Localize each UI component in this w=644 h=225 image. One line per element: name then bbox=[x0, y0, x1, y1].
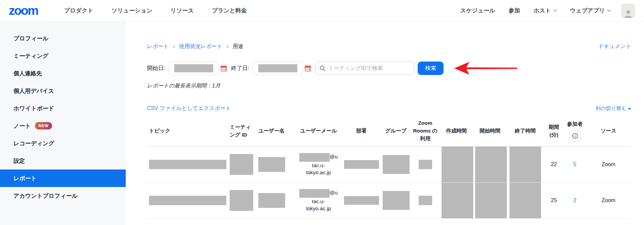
cell-meeting-id bbox=[228, 182, 256, 218]
col-header-duration-min: 期間 (分) bbox=[544, 115, 564, 146]
info-icon bbox=[572, 133, 578, 139]
sidebar-item-profile[interactable]: プロフィール bbox=[0, 30, 126, 47]
sidebar-item-account-profile[interactable]: アカウントプロフィール bbox=[0, 187, 126, 204]
cell-user-email: @u tac.u- tokyo.ac.jp bbox=[295, 182, 342, 218]
cell-source: Zoom bbox=[586, 182, 631, 218]
sidebar-item-personal-contacts[interactable]: 個人連絡先 bbox=[0, 65, 126, 82]
cell-source: Zoom bbox=[586, 146, 631, 182]
redacted-department bbox=[344, 160, 379, 169]
new-badge: NEW bbox=[35, 122, 52, 129]
triangle-down-icon bbox=[628, 108, 631, 110]
toggle-columns-dropdown[interactable]: 列の切り替え bbox=[596, 105, 631, 112]
col-header-source: ソース bbox=[586, 115, 631, 146]
redacted-group bbox=[383, 191, 410, 210]
redacted-zoom-rooms bbox=[419, 160, 432, 169]
cell-user-name bbox=[256, 146, 295, 182]
table-header-row: トピック ミーティング ID ユーザー名 ユーザーメール 部署 グループ Zoo… bbox=[147, 115, 631, 146]
redacted-topic bbox=[149, 160, 226, 169]
chevron-down-icon bbox=[607, 7, 611, 11]
search-icon bbox=[319, 65, 326, 71]
cell-created-time bbox=[440, 146, 473, 182]
col-header-start-time: 開始時間 bbox=[473, 115, 507, 146]
redacted-department bbox=[344, 196, 379, 205]
sidebar-item-settings[interactable]: 設定 bbox=[0, 152, 126, 170]
nav-schedule[interactable]: スケジュール bbox=[460, 7, 495, 14]
redacted-start-date bbox=[174, 64, 213, 72]
avatar[interactable] bbox=[621, 4, 635, 18]
col-header-participants: 参加者 bbox=[564, 115, 586, 146]
main-menu: プロダクト ソリューション リソース プランと料金 bbox=[64, 7, 247, 14]
report-filter-bar: 開始日: 終了日: bbox=[147, 61, 631, 76]
calendar-icon[interactable] bbox=[221, 65, 227, 72]
nav-products[interactable]: プロダクト bbox=[64, 7, 93, 14]
nav-join[interactable]: 参加 bbox=[508, 7, 520, 14]
export-csv-link[interactable]: CSV ファイルとしてエクスポート bbox=[147, 105, 231, 112]
nav-web-app[interactable]: ウェブアプリ bbox=[570, 7, 610, 14]
redacted-start-time bbox=[475, 183, 507, 218]
cell-department bbox=[342, 182, 381, 218]
nav-solutions[interactable]: ソリューション bbox=[112, 7, 152, 14]
arrow-left-icon bbox=[453, 61, 519, 76]
redacted-user-name bbox=[258, 157, 285, 172]
redacted-created-time bbox=[442, 147, 473, 182]
redacted-end-time bbox=[509, 183, 541, 218]
cell-duration: 22 bbox=[544, 146, 564, 182]
chevron-down-icon bbox=[553, 7, 557, 11]
cell-end-time bbox=[507, 182, 544, 218]
sidebar-item-notes[interactable]: ノート NEW bbox=[0, 117, 126, 135]
redacted-group bbox=[383, 155, 410, 174]
nav-plans-pricing[interactable]: プランと料金 bbox=[212, 7, 247, 14]
redacted-email-local-part bbox=[299, 189, 330, 198]
nav-resources[interactable]: リソース bbox=[171, 7, 194, 14]
start-date-input[interactable] bbox=[168, 62, 219, 75]
cell-topic bbox=[147, 146, 228, 182]
breadcrumb: レポート > 使用状況レポート > 用途 bbox=[147, 43, 243, 50]
redacted-meeting-id bbox=[230, 154, 253, 175]
breadcrumb-usage-reports[interactable]: 使用状況レポート bbox=[179, 43, 222, 50]
col-header-department: 部署 bbox=[342, 115, 381, 146]
search-input[interactable] bbox=[328, 65, 410, 71]
table-row[interactable]: @u tac.u- tokyo.ac.jp 22 5 Zoom bbox=[147, 146, 631, 182]
participants-count-link[interactable]: 5 bbox=[573, 161, 576, 167]
redacted-start-time bbox=[475, 147, 507, 182]
cell-zoom-rooms bbox=[411, 182, 440, 218]
table-row[interactable]: @u tac.u- tokyo.ac.jp 25 2 Zoom bbox=[147, 182, 631, 218]
redacted-created-time bbox=[442, 183, 473, 218]
participants-info-button[interactable] bbox=[569, 130, 581, 142]
max-report-duration-note: レポートの最長表示期間：1月 bbox=[147, 82, 631, 89]
top-navigation: zoom プロダクト ソリューション リソース プランと料金 スケジュール 参加… bbox=[0, 0, 644, 22]
cell-department bbox=[342, 146, 381, 182]
col-header-end-time: 終了時間 bbox=[507, 115, 544, 146]
cell-start-time bbox=[473, 182, 507, 218]
redacted-zoom-rooms bbox=[419, 196, 432, 205]
sidebar-item-recordings[interactable]: レコーディング bbox=[0, 135, 126, 152]
breadcrumb-separator: > bbox=[226, 44, 229, 49]
col-header-group: グループ bbox=[381, 115, 411, 146]
sidebar-item-meetings[interactable]: ミーティング bbox=[0, 47, 126, 65]
participants-count-link[interactable]: 2 bbox=[573, 197, 576, 203]
sidebar-item-personal-devices[interactable]: 個人用デバイス bbox=[0, 82, 126, 100]
sidebar: プロフィール ミーティング 個人連絡先 個人用デバイス ホワイトボード ノート … bbox=[0, 22, 126, 225]
sidebar-item-reports[interactable]: レポート bbox=[0, 170, 126, 187]
col-header-zoom-rooms-usage: Zoom Rooms の利用 bbox=[411, 115, 440, 146]
search-button[interactable]: 検索 bbox=[418, 62, 444, 75]
documentation-link[interactable]: ドキュメント bbox=[598, 43, 631, 50]
nav-host[interactable]: ホスト bbox=[533, 7, 556, 14]
cell-group bbox=[381, 182, 411, 218]
col-header-meeting-id: ミーティング ID bbox=[228, 115, 256, 146]
sidebar-item-whiteboard[interactable]: ホワイトボード bbox=[0, 100, 126, 117]
main-content: レポート > 使用状況レポート > 用途 ドキュメント 開始日: 終了日: bbox=[126, 22, 644, 225]
zoom-logo[interactable]: zoom bbox=[9, 4, 38, 18]
cell-end-time bbox=[507, 146, 544, 182]
calendar-icon[interactable] bbox=[305, 65, 311, 72]
redacted-end-time bbox=[509, 147, 541, 182]
end-date-input[interactable] bbox=[253, 62, 303, 75]
redacted-user-name bbox=[258, 193, 285, 208]
redacted-email-local-part bbox=[299, 153, 330, 162]
breadcrumb-reports[interactable]: レポート bbox=[147, 43, 169, 50]
cell-user-email: @u tac.u- tokyo.ac.jp bbox=[295, 146, 342, 182]
cell-start-time bbox=[473, 146, 507, 182]
redacted-topic bbox=[149, 196, 226, 205]
cell-created-time bbox=[440, 182, 473, 218]
cell-duration: 25 bbox=[544, 182, 564, 218]
